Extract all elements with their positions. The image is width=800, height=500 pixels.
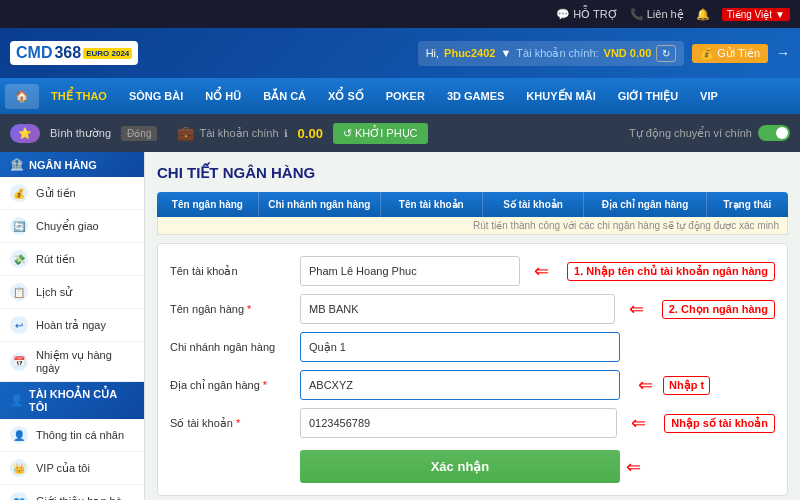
sidebar-item-guitien[interactable]: 💰 Gửi tiền <box>0 177 144 210</box>
currency-badge: Đồng <box>121 126 157 141</box>
level-name: Bình thường <box>50 127 111 140</box>
arrow-right-icon: ⇐ <box>638 374 653 396</box>
sidebar-item-lichsu[interactable]: 📋 Lịch sử <box>0 276 144 309</box>
required-star-1: * <box>247 303 251 315</box>
top-bar: 💬 HỖ TRỢ 📞 Liên hệ 🔔 Tiếng Việt ▼ <box>0 0 800 28</box>
required-star-2: * <box>263 379 267 391</box>
ruttien-icon: 💸 <box>10 250 28 268</box>
balance-info: Hi, Phuc2402 ▼ Tài khoản chính: VND 0.00… <box>418 41 685 66</box>
nav-no-hu[interactable]: NỔ HŨ <box>195 84 251 109</box>
taikhoan-info: 💼 Tài khoản chính ℹ <box>177 125 287 141</box>
nav-vip[interactable]: VIP <box>690 84 728 108</box>
nav-the-thao[interactable]: THỂ THAO <box>41 84 117 109</box>
nav-ban-ca[interactable]: BẮN CÁ <box>253 84 316 109</box>
ten-ngan-hang-input[interactable] <box>300 294 615 324</box>
chi-nhanh-label: Chi nhánh ngân hàng <box>170 341 290 353</box>
account-section-icon: 👤 <box>10 394 24 407</box>
hoantra-icon: ↩ <box>10 316 28 334</box>
annotation-right: Nhập t <box>663 376 710 395</box>
level-icon: ⭐ <box>18 127 32 139</box>
ten-tai-khoan-label: Tên tài khoản <box>170 265 290 278</box>
wallet-icon: 💰 <box>700 47 714 60</box>
nav-song-bai[interactable]: SÒNG BÀI <box>119 84 193 108</box>
dia-chi-input[interactable] <box>300 370 620 400</box>
dia-chi-label: Địa chỉ ngân hàng * <box>170 379 290 392</box>
toggle-knob <box>776 127 788 139</box>
support-icon: 💬 <box>556 8 570 21</box>
submit-button[interactable]: Xác nhận <box>300 450 620 483</box>
nav-bar: 🏠 THỂ THAO SÒNG BÀI NỔ HŨ BẮN CÁ XỔ SỐ P… <box>0 78 800 114</box>
language-selector[interactable]: Tiếng Việt ▼ <box>722 8 790 21</box>
auto-switch-toggle[interactable] <box>758 125 790 141</box>
logo-cmd: CMD <box>16 44 52 62</box>
bank-table-header: Tên ngân hàng Chi nhánh ngân hàng Tên tà… <box>157 192 788 217</box>
nav-xo-so[interactable]: XỔ SỐ <box>318 84 374 109</box>
logout-icon[interactable]: → <box>776 45 790 61</box>
form-row-sotaikhoan: Số tài khoản * ⇐ Nhập số tài khoản <box>170 408 775 438</box>
arrow3-icon: ⇐ <box>631 412 646 434</box>
sidebar-item-hoantra[interactable]: ↩ Hoàn trả ngay <box>0 309 144 342</box>
khoiphuc-button[interactable]: ↺ KHỞI PHỤC <box>333 123 428 144</box>
form-row-diachi: Địa chỉ ngân hàng * ⇐ Nhập t <box>170 370 775 400</box>
sidebar-item-chuyengiao[interactable]: 🔄 Chuyển giao <box>0 210 144 243</box>
sidebar-item-nhiem-vu[interactable]: 📅 Nhiệm vụ hàng ngày <box>0 342 144 382</box>
auto-switch: Tự động chuyển ví chính <box>629 125 790 141</box>
guitien-icon: 💰 <box>10 184 28 202</box>
bank-form: Tên tài khoản ⇐ 1. Nhập tên chủ tài khoả… <box>157 243 788 496</box>
nav-home[interactable]: 🏠 <box>5 84 39 109</box>
chevron-down-icon: ▼ <box>775 9 785 20</box>
balance-label: Tài khoản chính: <box>516 47 598 60</box>
th-chi-nhanh: Chi nhánh ngân hàng <box>259 192 381 217</box>
so-tai-khoan-input[interactable] <box>300 408 617 438</box>
bank-section-icon: 🏦 <box>10 158 24 171</box>
header-right: Hi, Phuc2402 ▼ Tài khoản chính: VND 0.00… <box>418 41 790 66</box>
refresh-balance-button[interactable]: ↻ <box>656 45 676 62</box>
balance-amount: VND 0.00 <box>604 47 652 59</box>
ten-tai-khoan-input[interactable] <box>300 256 520 286</box>
submit-btn-row: Xác nhận ⇐ <box>170 450 775 483</box>
header: CMD 368 EURO 2024 Hi, Phuc2402 ▼ Tài kho… <box>0 28 800 78</box>
required-star-3: * <box>236 417 240 429</box>
info-icon: ℹ <box>284 128 288 139</box>
chuyengiao-icon: 🔄 <box>10 217 28 235</box>
nav-3d-games[interactable]: 3D GAMES <box>437 84 514 108</box>
hi-text: Hi, <box>426 47 439 59</box>
chi-nhanh-input[interactable] <box>300 332 620 362</box>
main-balance: 0.00 <box>298 126 323 141</box>
main-layout: 🏦 NGÂN HÀNG 💰 Gửi tiền 🔄 Chuyển giao 💸 R… <box>0 152 800 500</box>
gioithieu-icon: 👥 <box>10 492 28 500</box>
so-tai-khoan-label: Số tài khoản * <box>170 417 290 430</box>
lichsu-icon: 📋 <box>10 283 28 301</box>
lienhe-link[interactable]: 📞 Liên hệ <box>630 8 684 21</box>
thongtin-icon: 👤 <box>10 426 28 444</box>
form-row-chinhanh: Chi nhánh ngân hàng <box>170 332 775 362</box>
sidebar-item-gioithieu[interactable]: 👥 Giới thiệu bạn bè <box>0 485 144 500</box>
euro-badge: EURO 2024 <box>83 48 132 59</box>
sidebar: 🏦 NGÂN HÀNG 💰 Gửi tiền 🔄 Chuyển giao 💸 R… <box>0 152 145 500</box>
logo-num: 368 <box>54 44 81 62</box>
sidebar-item-ruttien[interactable]: 💸 Rút tiền <box>0 243 144 276</box>
th-ten-tai-khoan: Tên tài khoản <box>381 192 483 217</box>
th-trang-thai: Trạng thái <box>707 192 788 217</box>
page-title: CHI TIẾT NGÂN HÀNG <box>157 164 788 182</box>
user-bar: ⭐ Bình thường Đồng 💼 Tài khoản chính ℹ 0… <box>0 114 800 152</box>
nav-poker[interactable]: POKER <box>376 84 435 108</box>
sidebar-taikhoan-title: 👤 TÀI KHOẢN CỦA TÔI <box>0 382 144 419</box>
deposit-button[interactable]: 💰 Gửi Tiền <box>692 44 768 63</box>
nav-gioi-thieu[interactable]: GIỚI THIỆU <box>608 84 688 109</box>
th-so-tai-khoan: Số tài khoản <box>483 192 585 217</box>
arrow2-icon: ⇐ <box>629 298 644 320</box>
nav-khuyen-mai[interactable]: KHUYẾN MÃI <box>516 84 605 109</box>
th-dia-chi: Địa chỉ ngân hàng <box>584 192 706 217</box>
sidebar-item-thongtin[interactable]: 👤 Thông tin cá nhân <box>0 419 144 452</box>
auto-verify-note: Rút tiền thành công với các chi ngân hàn… <box>157 217 788 235</box>
sidebar-nganhang-title: 🏦 NGÂN HÀNG <box>0 152 144 177</box>
taikhoan-label: Tài khoản chính <box>199 127 278 140</box>
form-row-tentaikhoan: Tên tài khoản ⇐ 1. Nhập tên chủ tài khoả… <box>170 256 775 286</box>
annotation-2: 2. Chọn ngân hàng <box>662 300 775 319</box>
support-link[interactable]: 💬 HỖ TRỢ <box>556 8 617 21</box>
sidebar-item-vip[interactable]: 👑 VIP của tôi <box>0 452 144 485</box>
phone-icon: 📞 <box>630 8 644 21</box>
notification-icon[interactable]: 🔔 <box>696 8 710 21</box>
annotation-1: 1. Nhập tên chủ tài khoản ngân hàng <box>567 262 775 281</box>
